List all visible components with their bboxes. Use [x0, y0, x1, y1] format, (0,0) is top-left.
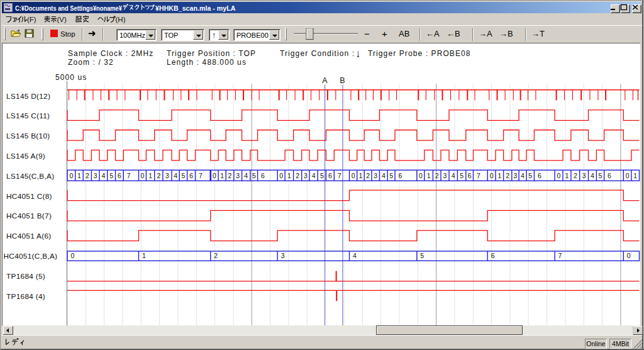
svg-text:0: 0 — [69, 172, 73, 179]
svg-text:Trigger Probe : PROBE08: Trigger Probe : PROBE08 — [368, 49, 471, 58]
svg-text:2: 2 — [574, 172, 577, 179]
svg-text:4: 4 — [382, 172, 386, 179]
svg-text:→A: →A — [479, 29, 492, 38]
svg-text:(F): (F) — [27, 16, 36, 23]
svg-text:LS145 B(10): LS145 B(10) — [6, 132, 50, 140]
svg-text:Trigger Position : TOP: Trigger Position : TOP — [167, 49, 256, 58]
svg-text:←B: ←B — [447, 29, 460, 38]
svg-text:A: A — [322, 76, 328, 85]
svg-text:0: 0 — [140, 172, 144, 179]
svg-text:0: 0 — [71, 252, 75, 259]
svg-text:TP1684 (4): TP1684 (4) — [6, 292, 45, 301]
svg-text:2: 2 — [157, 172, 160, 179]
svg-text:TP1684 (5): TP1684 (5) — [6, 272, 45, 281]
svg-text:6: 6 — [328, 172, 332, 179]
svg-text:3: 3 — [281, 252, 285, 259]
svg-text:6: 6 — [468, 172, 472, 179]
svg-text:LS145 A(9): LS145 A(9) — [6, 152, 45, 161]
svg-text:3: 3 — [582, 172, 586, 179]
svg-text:2: 2 — [366, 172, 370, 179]
svg-text:2: 2 — [506, 172, 509, 179]
svg-text:6: 6 — [118, 172, 121, 179]
svg-text:4: 4 — [312, 172, 316, 179]
svg-text:7: 7 — [558, 252, 562, 259]
svg-text:1: 1 — [142, 252, 146, 259]
svg-text:3: 3 — [94, 172, 97, 179]
svg-text:1: 1 — [77, 172, 81, 179]
svg-text:3: 3 — [514, 172, 518, 179]
svg-text:6: 6 — [538, 172, 541, 179]
svg-text:1: 1 — [220, 172, 224, 179]
svg-text:1: 1 — [427, 172, 431, 179]
svg-text:5: 5 — [460, 172, 464, 179]
svg-text:7: 7 — [127, 172, 131, 179]
svg-text:0: 0 — [627, 252, 631, 259]
svg-text:2: 2 — [228, 172, 232, 179]
svg-text:LS145 C(11): LS145 C(11) — [6, 111, 50, 120]
svg-text:3: 3 — [165, 172, 169, 179]
svg-text:0: 0 — [352, 172, 355, 179]
svg-text:0: 0 — [279, 172, 283, 179]
svg-text:HC4051(C,B,A): HC4051(C,B,A) — [4, 252, 58, 261]
svg-text:6: 6 — [399, 172, 402, 179]
svg-text:1: 1 — [497, 172, 501, 179]
svg-text:Length : 488.000 us: Length : 488.000 us — [167, 58, 247, 67]
svg-text:7: 7 — [477, 172, 480, 179]
svg-text:2: 2 — [86, 172, 89, 179]
svg-text:←A: ←A — [426, 29, 440, 38]
svg-text:Zoom : / 32: Zoom : / 32 — [68, 58, 114, 67]
svg-text:5: 5 — [420, 252, 424, 259]
svg-text:LS145(C,B,A): LS145(C,B,A) — [6, 172, 54, 181]
svg-text:4: 4 — [244, 172, 248, 179]
svg-text:0: 0 — [626, 172, 630, 179]
svg-text:3: 3 — [443, 172, 447, 179]
svg-text:B: B — [340, 76, 345, 85]
svg-text:2: 2 — [214, 252, 218, 259]
svg-text:4: 4 — [452, 172, 455, 179]
svg-text:4: 4 — [174, 172, 177, 179]
svg-text:7: 7 — [199, 172, 203, 179]
svg-text:2: 2 — [435, 172, 439, 179]
svg-text:1: 1 — [633, 172, 637, 179]
svg-text:−: − — [364, 28, 370, 39]
svg-text:5: 5 — [320, 172, 324, 179]
svg-text:5: 5 — [528, 172, 532, 179]
svg-text:3: 3 — [304, 172, 308, 179]
svg-text:6: 6 — [261, 172, 265, 179]
svg-text:(V): (V) — [57, 16, 67, 23]
svg-text:LS145 D(12): LS145 D(12) — [6, 92, 50, 101]
svg-text:Trigger Condition :: Trigger Condition : — [280, 49, 355, 58]
svg-text:4: 4 — [591, 172, 594, 179]
svg-text:↓: ↓ — [355, 48, 361, 60]
svg-text:(H): (H) — [116, 16, 126, 23]
svg-text:7: 7 — [338, 172, 341, 179]
svg-text:6: 6 — [608, 172, 611, 179]
svg-text:→B: →B — [499, 29, 513, 38]
svg-text:→T: →T — [531, 29, 545, 38]
svg-text:4: 4 — [353, 252, 357, 259]
svg-text:5000 us: 5000 us — [55, 73, 87, 82]
svg-text:Sample Clock : 2MHz: Sample Clock : 2MHz — [68, 49, 153, 58]
svg-text:0: 0 — [490, 172, 494, 179]
svg-text:1: 1 — [359, 172, 363, 179]
svg-text:2: 2 — [296, 172, 299, 179]
svg-text:Stop: Stop — [60, 30, 75, 38]
svg-text:+: + — [382, 28, 387, 39]
svg-text:0: 0 — [213, 172, 216, 179]
svg-text:HC4051 A(6): HC4051 A(6) — [6, 232, 52, 240]
svg-text:HC4051 C(8): HC4051 C(8) — [6, 192, 52, 201]
svg-text:3: 3 — [374, 172, 377, 179]
svg-text:5: 5 — [252, 172, 256, 179]
svg-text:0: 0 — [557, 172, 561, 179]
svg-text:HC4051 B(7): HC4051 B(7) — [6, 212, 52, 220]
svg-text:4: 4 — [521, 172, 525, 179]
svg-text:5: 5 — [599, 172, 602, 179]
svg-text:0: 0 — [419, 172, 423, 179]
svg-text:1: 1 — [565, 172, 569, 179]
svg-text:1: 1 — [148, 172, 152, 179]
svg-text:4: 4 — [101, 172, 105, 179]
svg-text:1: 1 — [287, 172, 291, 179]
svg-text:3: 3 — [236, 172, 240, 179]
svg-text:5: 5 — [109, 172, 113, 179]
svg-text:5: 5 — [389, 172, 393, 179]
